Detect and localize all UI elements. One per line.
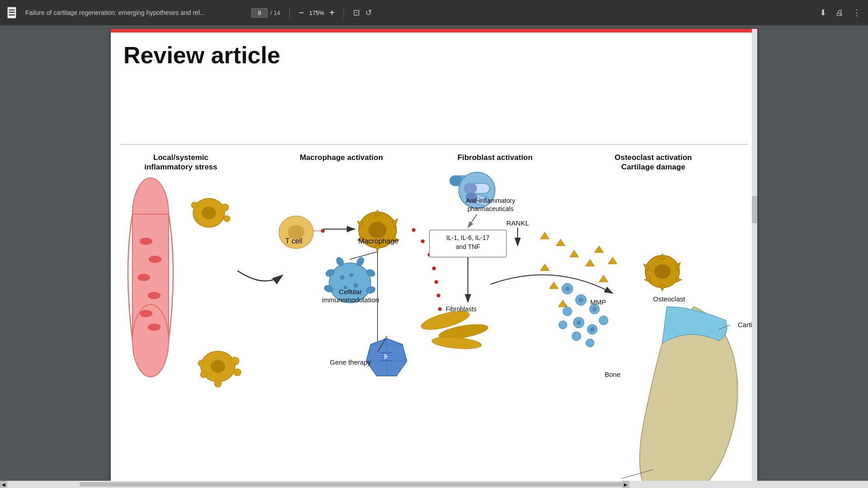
svg-point-17: [222, 204, 229, 211]
svg-marker-92: [556, 239, 565, 246]
red-bar-decoration: [111, 29, 757, 33]
svg-marker-93: [570, 250, 579, 257]
svg-point-14: [148, 324, 160, 331]
divider-1: [289, 7, 290, 18]
horizontal-divider: [120, 144, 748, 145]
svg-marker-96: [608, 257, 617, 264]
content-area: Review article Local/systemic inflammato…: [0, 25, 868, 488]
scroll-right-button[interactable]: ▶: [622, 481, 629, 488]
svg-text:MMP: MMP: [590, 298, 606, 306]
review-article-heading: Review article: [123, 42, 280, 69]
svg-line-68: [350, 252, 377, 259]
zoom-level-display: 175%: [307, 9, 326, 16]
svg-text:Macrophage: Macrophage: [359, 237, 399, 245]
svg-point-113: [592, 307, 597, 311]
svg-text:Cartilage damage: Cartilage damage: [621, 163, 685, 171]
svg-point-109: [572, 332, 581, 341]
svg-point-24: [198, 360, 204, 366]
page-total: / 14: [270, 9, 280, 16]
svg-point-107: [599, 316, 608, 325]
svg-text:RANKL: RANKL: [506, 219, 529, 227]
svg-rect-132: [464, 183, 477, 193]
svg-text:Cellular: Cellular: [339, 288, 362, 296]
svg-text:Osteoclast: Osteoclast: [653, 295, 686, 303]
svg-point-73: [432, 267, 436, 270]
svg-text:inflammatory stress: inflammatory stress: [144, 163, 217, 171]
zoom-controls: − 175% +: [299, 8, 335, 17]
svg-text:immunomodulation: immunomodulation: [322, 296, 379, 304]
bottom-scrollbar: ◀ ▶: [0, 481, 868, 488]
more-options-button[interactable]: ⋮: [853, 8, 861, 18]
svg-point-70: [412, 228, 415, 232]
svg-text:T cell: T cell: [285, 237, 302, 245]
svg-text:IL-1, IL-6, IL-17: IL-1, IL-6, IL-17: [446, 234, 490, 241]
svg-point-25: [200, 371, 207, 378]
zoom-out-button[interactable]: −: [299, 8, 304, 17]
svg-marker-95: [594, 246, 604, 253]
svg-point-74: [434, 280, 438, 284]
svg-point-21: [211, 360, 225, 373]
fit-page-button[interactable]: ⊡: [353, 8, 360, 18]
svg-point-118: [654, 264, 670, 279]
svg-point-12: [148, 292, 160, 299]
svg-point-84: [431, 335, 482, 350]
svg-marker-94: [585, 259, 594, 266]
svg-marker-97: [599, 275, 608, 282]
divider-2: [344, 7, 344, 18]
svg-text:and TNF: and TNF: [456, 243, 480, 250]
svg-marker-98: [540, 264, 549, 271]
svg-marker-91: [540, 232, 549, 239]
svg-point-108: [559, 321, 567, 329]
svg-text:Local/systemic: Local/systemic: [153, 153, 208, 162]
svg-point-71: [421, 239, 425, 243]
svg-marker-38: [375, 245, 380, 252]
svg-point-76: [438, 307, 442, 311]
svg-point-104: [563, 307, 572, 316]
svg-marker-99: [549, 282, 558, 289]
svg-line-137: [468, 214, 477, 228]
page-number-input[interactable]: [251, 8, 268, 18]
diagram-area: Local/systemic inflammatory stress Macro…: [115, 149, 753, 485]
svg-point-112: [579, 298, 583, 302]
svg-point-52: [354, 283, 358, 288]
svg-point-19: [191, 202, 198, 208]
svg-point-13: [140, 310, 152, 317]
svg-point-30: [321, 229, 325, 233]
scroll-left-button[interactable]: ◀: [0, 481, 7, 488]
document-title: Failure of cartilage regeneration: emerg…: [25, 9, 242, 16]
svg-marker-121: [676, 277, 682, 282]
svg-point-34: [368, 222, 387, 238]
vertical-scrollbar-thumb[interactable]: [752, 196, 757, 223]
page-navigation: / 14: [251, 8, 280, 18]
svg-point-110: [586, 339, 594, 347]
svg-point-16: [202, 206, 216, 219]
svg-text:Macrophage activation: Macrophage activation: [300, 153, 383, 162]
svg-text:Cartilage: Cartilage: [738, 321, 753, 328]
svg-text:Osteoclast activation: Osteoclast activation: [614, 153, 692, 162]
svg-point-23: [234, 369, 241, 376]
svg-text:pharmaceuticals: pharmaceuticals: [467, 205, 514, 212]
svg-point-115: [590, 327, 594, 332]
svg-point-18: [224, 216, 230, 222]
zoom-in-button[interactable]: +: [329, 8, 335, 17]
svg-point-9: [140, 238, 152, 245]
svg-text:Fibroblast activation: Fibroblast activation: [458, 153, 533, 162]
pdf-page: Review article Local/systemic inflammato…: [111, 29, 757, 485]
svg-point-10: [149, 256, 161, 263]
toolbar: ☰ Failure of cartilage regeneration: eme…: [0, 0, 868, 25]
svg-point-51: [349, 273, 353, 277]
svg-text:Anti-inflammatory: Anti-inflammatory: [466, 197, 515, 204]
svg-point-11: [137, 274, 150, 281]
svg-point-50: [340, 275, 344, 280]
rotate-button[interactable]: ↺: [365, 8, 372, 18]
svg-marker-122: [660, 286, 665, 291]
svg-text:Gene therapy: Gene therapy: [330, 358, 371, 366]
horizontal-scrollbar-thumb[interactable]: [80, 482, 622, 487]
download-button[interactable]: ⬇: [820, 8, 826, 18]
right-toolbar-icons: ⬇ 🖨 ⋮: [820, 8, 861, 18]
svg-text:Bone: Bone: [604, 371, 620, 378]
print-button[interactable]: 🖨: [835, 8, 844, 18]
vertical-scrollbar-track: [752, 29, 757, 485]
menu-button[interactable]: ☰: [7, 7, 16, 19]
svg-point-22: [231, 357, 239, 365]
